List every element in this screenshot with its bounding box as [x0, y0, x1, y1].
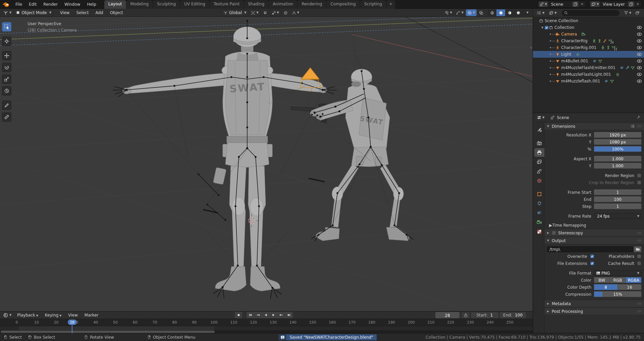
- new-collection-button[interactable]: [634, 10, 641, 16]
- eye-icon[interactable]: [637, 58, 642, 64]
- play-reverse-button[interactable]: [262, 312, 269, 318]
- frame-start-field[interactable]: 1: [594, 189, 641, 195]
- checkbox-placeholders[interactable]: [637, 254, 641, 259]
- outliner-display-mode[interactable]: ▼: [535, 10, 546, 16]
- gizmos-button[interactable]: ▼: [454, 9, 465, 16]
- checkbox-overwrite[interactable]: [590, 254, 594, 259]
- frame-rate-dropdown[interactable]: 24 fps▼: [594, 213, 641, 219]
- properties-tab-constraint[interactable]: [534, 199, 544, 208]
- snap-settings[interactable]: ▼: [270, 9, 281, 16]
- subpanel-header-time-remapping[interactable]: ▶Time Remapping: [544, 222, 644, 229]
- viewport-canvas[interactable]: SWAT: [0, 17, 533, 311]
- visibility-button[interactable]: ▼: [443, 9, 454, 16]
- collection-checkbox[interactable]: [544, 25, 549, 30]
- panel-header-stereoscopy[interactable]: ▶Stereoscopy: [544, 229, 644, 237]
- outliner-scene-filter[interactable]: ▼: [547, 10, 558, 16]
- step-field[interactable]: 1: [594, 204, 641, 209]
- tool-transform-button[interactable]: [2, 86, 11, 96]
- outliner-search-input[interactable]: [562, 10, 620, 16]
- panel-header-dimensions[interactable]: ▼Dimensions: [544, 122, 644, 130]
- top-menu-help[interactable]: Help: [84, 1, 99, 8]
- frame-start-field[interactable]: Start:1: [471, 312, 498, 318]
- new-view-layer-button[interactable]: [628, 1, 634, 7]
- report-message[interactable]: i Saved "NewSWATCharacterDesign.blend": [278, 334, 377, 340]
- blender-logo-icon[interactable]: [3, 1, 9, 8]
- new-scene-button[interactable]: [572, 1, 579, 7]
- add-workspace-button[interactable]: +: [386, 0, 395, 9]
- properties-tab-data-camera[interactable]: [534, 218, 544, 227]
- y-field[interactable]: 1080 px: [594, 139, 641, 145]
- tool-rotate-button[interactable]: [2, 63, 11, 72]
- jump-to-end-button[interactable]: [285, 312, 292, 318]
- shading-rendered-button[interactable]: [514, 9, 523, 16]
- eye-icon[interactable]: [637, 45, 642, 50]
- outliner-row-camera[interactable]: Camera: [533, 31, 644, 38]
- panel-header-output[interactable]: ▼Output: [544, 237, 644, 244]
- pivot-selector[interactable]: ▼: [249, 9, 260, 16]
- viewport-menu-view[interactable]: View: [57, 9, 73, 16]
- pin-icon[interactable]: [636, 115, 641, 120]
- outliner-filter-button[interactable]: ▼: [622, 10, 633, 16]
- eye-icon[interactable]: [637, 52, 642, 57]
- timeline-menu-playback[interactable]: Playback▼: [14, 311, 42, 319]
- properties-tab-world[interactable]: [534, 176, 544, 185]
- eye-icon[interactable]: [637, 72, 642, 77]
- remove-view-layer-button[interactable]: ✕: [635, 2, 641, 6]
- properties-tab-tool[interactable]: [534, 125, 544, 134]
- scene-selector[interactable]: ▼ Scene ✕: [537, 1, 586, 8]
- outliner-row-collection[interactable]: ▼Collection: [533, 24, 644, 31]
- panel-checkbox[interactable]: [552, 231, 556, 235]
- current-frame-field[interactable]: 28: [435, 312, 460, 318]
- y-field[interactable]: 1.000: [594, 163, 641, 169]
- auto-keyframe-record-button[interactable]: [235, 312, 242, 318]
- outliner-row-characterrig[interactable]: CharacterRig24: [533, 38, 644, 44]
- option-rgb[interactable]: RGB: [610, 277, 626, 283]
- outliner-row-m4muzzleflashlight-001[interactable]: m4MuzzleFlashLight.001: [533, 71, 644, 78]
- timeline-ruler[interactable]: 0102030405060708090100110120130140150160…: [0, 319, 533, 326]
- orientation-selector[interactable]: Global▼: [221, 9, 248, 16]
- tool-measure-button[interactable]: [2, 112, 11, 122]
- timeline-menu-marker[interactable]: Marker: [81, 311, 102, 319]
- tool-select-box-button[interactable]: [2, 22, 11, 32]
- shading-wireframe-button[interactable]: [488, 9, 496, 16]
- expand-toggle[interactable]: ▼: [540, 26, 544, 29]
- proportional-edit-toggle[interactable]: [282, 9, 289, 16]
- view-layer-browse-button[interactable]: ▼: [590, 1, 600, 7]
- play-button[interactable]: [270, 312, 277, 318]
- workspace-tab-uv-editing[interactable]: UV Editing: [180, 0, 209, 9]
- timeline-track[interactable]: [0, 326, 533, 330]
- tool-scale-button[interactable]: [2, 74, 11, 84]
- workspace-tab-sculpting[interactable]: Sculpting: [153, 0, 180, 9]
- option-16[interactable]: 16: [618, 284, 641, 290]
- workspace-tab-compositing[interactable]: Compositing: [326, 0, 360, 9]
- top-menu-edit[interactable]: Edit: [25, 1, 40, 8]
- top-menu-render[interactable]: Render: [40, 1, 61, 8]
- unlink-scene-button[interactable]: ✕: [579, 2, 585, 6]
- browse-folder-button[interactable]: [634, 246, 641, 252]
- top-menu-window[interactable]: Window: [61, 1, 84, 8]
- frame-end-field[interactable]: End:100: [500, 312, 526, 318]
- outliner-row-characterrig-001[interactable]: CharacterRig.00122: [533, 44, 644, 51]
- properties-tab-object[interactable]: [534, 190, 544, 198]
- workspace-tab-layout[interactable]: Layout: [104, 0, 126, 9]
- previous-keyframe-button[interactable]: [254, 312, 262, 318]
- proportional-falloff[interactable]: ▼: [290, 9, 301, 16]
- outliner-row-light[interactable]: Light: [533, 51, 644, 58]
- timeline-menu-view[interactable]: View: [65, 311, 81, 319]
- checkbox-render-region[interactable]: [637, 173, 641, 178]
- eye-icon[interactable]: [637, 32, 642, 37]
- eye-icon[interactable]: [637, 78, 642, 84]
- view-layer-name[interactable]: View Layer: [600, 2, 628, 7]
- list-icon[interactable]: [631, 124, 635, 128]
- shading-solid-button[interactable]: [496, 9, 505, 16]
- overlays-button[interactable]: ▼: [466, 9, 477, 16]
- properties-tab-physics[interactable]: [534, 209, 544, 217]
- snap-toggle[interactable]: [261, 9, 269, 16]
- scene-name[interactable]: Scene: [548, 2, 572, 7]
- checkbox-file-extensions[interactable]: [590, 261, 594, 266]
- mode-selector[interactable]: Object Mode▼: [14, 9, 53, 16]
- properties-tab-viewlayer[interactable]: [534, 158, 544, 166]
- panel-header-post-processing[interactable]: ▶Post Processing: [544, 307, 644, 315]
- outliner-row-m4muzzleflash-001[interactable]: m4Muzzleflash.001: [533, 78, 644, 84]
- playhead-line[interactable]: [72, 325, 72, 333]
